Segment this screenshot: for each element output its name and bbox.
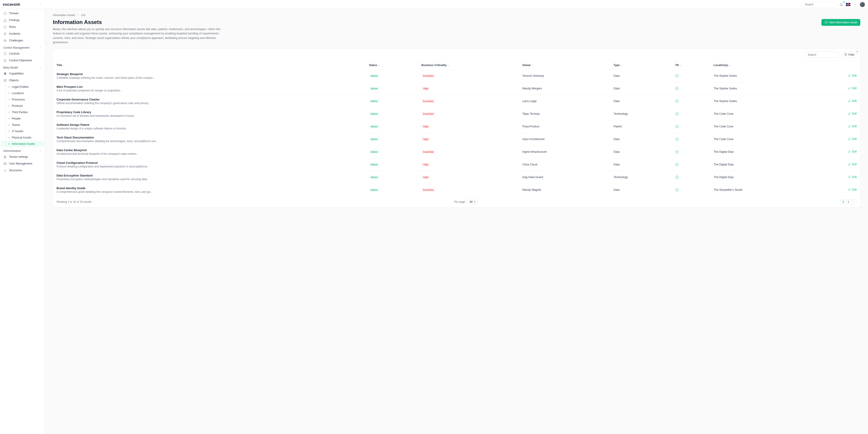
sidebar-sub-legal[interactable]: Legal Entities	[1, 84, 44, 90]
pii-no-icon	[675, 176, 679, 179]
column-header[interactable]: Owner⌄	[519, 61, 610, 69]
atom-icon	[3, 72, 7, 75]
row-location: The Skyline Suites	[710, 82, 814, 95]
sort-icon: ⌄	[378, 64, 380, 66]
edit-icon	[848, 163, 850, 166]
results-summary: Showing 1 to 10 of 15 results	[57, 200, 92, 203]
sidebar-sub-infoassets[interactable]: Information Assets	[1, 141, 44, 147]
table-search[interactable]	[803, 52, 839, 58]
row-type: Technology	[610, 171, 672, 183]
sidebar-group-title[interactable]: Meta Model	[1, 64, 44, 70]
language-flag-uk[interactable]	[846, 3, 850, 6]
edit-button[interactable]: Edit	[848, 99, 857, 103]
sidebar-sub-thirdparty[interactable]: Third Parties	[1, 109, 44, 115]
edit-button[interactable]: Edit	[848, 125, 857, 128]
sidebar-item-tenant[interactable]: Tenant settings	[1, 153, 44, 160]
sidebar-item-objects[interactable]: Objects	[1, 77, 44, 84]
pii-no-icon	[675, 99, 679, 103]
per-page-select[interactable]: 10	[467, 199, 478, 205]
notifications-button[interactable]: 43	[838, 1, 844, 8]
edit-icon	[848, 176, 850, 178]
table-row[interactable]: Corporate Governance Charter Official do…	[53, 95, 860, 108]
edit-button[interactable]: Edit	[848, 150, 857, 153]
criticality-badge: High	[421, 137, 430, 141]
table-row[interactable]: Cloud Configuration Protocol Protocol de…	[53, 158, 860, 171]
row-subtitle: Proprietary encryption methodologies and…	[57, 178, 362, 181]
page-button[interactable]: 2	[846, 199, 851, 205]
edit-button[interactable]: Edit	[848, 112, 857, 115]
row-location: The Digital Dojo	[710, 145, 814, 158]
sidebar-item-usermgmt[interactable]: User Management	[1, 160, 44, 167]
edit-button[interactable]: Edit	[848, 137, 857, 141]
sidebar-item-risks[interactable]: Risks	[1, 24, 44, 30]
table-row[interactable]: Data Center Blueprint Architectural and …	[53, 145, 860, 158]
row-title: Data Center Blueprint	[57, 148, 362, 152]
column-header[interactable]: PII⌄	[672, 61, 710, 69]
table-row[interactable]: Software Design Patent A patented design…	[53, 120, 860, 133]
brand-logo[interactable]: vucavoid.	[3, 2, 21, 7]
sidebar-item-controls[interactable]: Controls	[1, 50, 44, 57]
table-row[interactable]: Proprietary Code Library An exclusive se…	[53, 108, 860, 120]
row-type: Data	[610, 158, 672, 171]
table-row[interactable]: M&A Prospect List A list of potential co…	[53, 82, 860, 95]
new-information-asset-button[interactable]: + New information asset	[822, 19, 860, 26]
edit-button[interactable]: Edit	[848, 188, 857, 191]
row-type: Technology	[610, 108, 672, 120]
edit-button[interactable]: Edit	[848, 74, 857, 77]
sidebar-sub-people[interactable]: People	[1, 115, 44, 122]
filter-button[interactable]: Filter 0	[842, 52, 857, 58]
sidebar-sub-processes[interactable]: Processes	[1, 96, 44, 103]
sidebar-sub-itassets[interactable]: IT Assets	[1, 128, 44, 135]
row-title: Proprietary Code Library	[57, 110, 362, 114]
status-badge: Active	[369, 175, 379, 179]
sidebar-item-label: Threats	[9, 12, 19, 15]
status-badge: Active	[369, 137, 379, 141]
breadcrumb: Information Assets List	[53, 13, 860, 17]
breadcrumb-item[interactable]: Information Assets	[53, 13, 75, 17]
sidebar-group-label: Meta Model	[3, 66, 18, 69]
edit-icon	[848, 112, 850, 115]
table-search-input[interactable]	[807, 53, 842, 57]
sidebar-group-title[interactable]: Administration	[1, 147, 44, 153]
table-row[interactable]: Tech Stack Documentation Comprehensive d…	[53, 133, 860, 145]
sidebar-sub-products[interactable]: Products	[1, 103, 44, 109]
sidebar-sub-locations[interactable]: Locations	[1, 90, 44, 96]
sidebar-item-incidents[interactable]: Incidents	[1, 30, 44, 37]
column-header[interactable]: Business Criticality⌄	[418, 61, 519, 69]
sidebar-collapse-button[interactable]	[38, 2, 42, 7]
row-subtitle: An exclusive set of libraries and framew…	[57, 114, 362, 117]
edit-icon	[848, 188, 850, 191]
column-header[interactable]: Location(s)⌄	[710, 61, 814, 69]
quick-create-button[interactable]	[852, 2, 858, 7]
edit-button[interactable]: Edit	[848, 163, 857, 166]
column-header[interactable]: Status⌄	[365, 61, 418, 69]
sidebar-item-capabilities[interactable]: Capabilities	[1, 70, 44, 77]
edit-button[interactable]: Edit	[848, 175, 857, 178]
global-search[interactable]	[801, 2, 837, 7]
notification-count: 43	[843, 1, 845, 3]
edit-button[interactable]: Edit	[848, 87, 857, 90]
table-row[interactable]: Data Encryption Standard Proprietary enc…	[53, 171, 860, 183]
sidebar-item-findings[interactable]: Findings	[1, 17, 44, 24]
sidebar-sub-teams[interactable]: Teams	[1, 122, 44, 128]
next-page-button[interactable]	[851, 199, 857, 205]
sidebar-group-title[interactable]: Control Management	[1, 44, 44, 50]
svg-point-3	[5, 73, 5, 74]
sidebar-item-challenges[interactable]: Challenges	[1, 37, 44, 44]
sidebar-item-label: Findings	[9, 19, 20, 22]
column-header[interactable]: Type⌄	[610, 61, 672, 69]
global-search-input[interactable]	[804, 3, 839, 6]
row-owner: Ingrid Infrastructure	[519, 145, 610, 158]
sidebar-sub-physassets[interactable]: Physical Assets	[1, 135, 44, 141]
sidebar-item-threats[interactable]: Threats	[1, 10, 44, 17]
row-subtitle: Protocol detailing configuration and dep…	[57, 165, 362, 168]
sidebar-item-structures[interactable]: Structures	[1, 167, 44, 174]
row-subtitle: A comprehensive guide detailing the comp…	[57, 190, 362, 194]
column-header[interactable]: Title⌄	[53, 61, 365, 69]
table-row[interactable]: Strategic Blueprint A detailed roadmap o…	[53, 69, 860, 82]
page-button[interactable]: 1	[840, 199, 846, 205]
sidebar-item-control-objectives[interactable]: Control Objectives	[1, 57, 44, 64]
table-row[interactable]: Brand Identity Guide A comprehensive gui…	[53, 183, 860, 196]
pii-no-icon	[675, 112, 679, 115]
user-avatar[interactable]	[860, 2, 865, 7]
